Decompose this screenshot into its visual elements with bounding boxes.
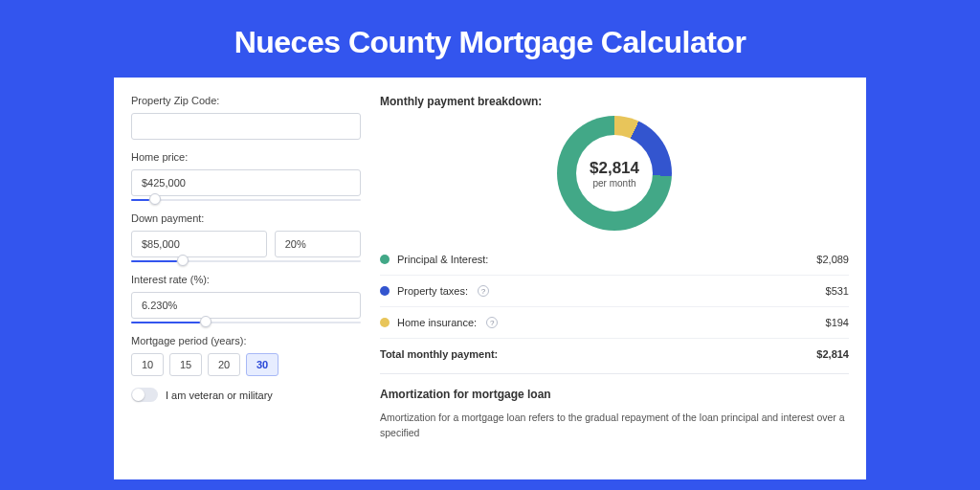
breakdown-row-taxes: Property taxes: ? $531 xyxy=(380,275,849,306)
principal-value: $2,089 xyxy=(816,254,849,265)
taxes-value: $531 xyxy=(826,285,849,297)
veteran-label: I am veteran or military xyxy=(166,390,273,401)
donut-center-value: $2,814 xyxy=(590,159,639,178)
insurance-info-icon[interactable]: ? xyxy=(486,317,498,328)
down-payment-percent-input[interactable] xyxy=(275,231,361,257)
results-column: Monthly payment breakdown: $2,814 per mo… xyxy=(380,95,849,479)
interest-rate-slider-thumb[interactable] xyxy=(200,316,212,327)
legend-dot-green xyxy=(380,255,390,264)
amortization-title: Amortization for mortgage loan xyxy=(380,388,849,401)
legend-dot-blue xyxy=(380,286,390,296)
breakdown-row-insurance: Home insurance: ? $194 xyxy=(380,306,849,338)
mortgage-period-group: 10 15 20 30 xyxy=(131,353,361,376)
principal-label: Principal & Interest: xyxy=(397,254,488,265)
amortization-text: Amortization for a mortgage loan refers … xyxy=(380,411,849,441)
breakdown-heading: Monthly payment breakdown: xyxy=(380,95,849,108)
total-value: $2,814 xyxy=(816,348,849,360)
donut-chart: $2,814 per month xyxy=(557,116,672,231)
veteran-toggle-knob xyxy=(132,389,145,401)
form-column: Property Zip Code: Home price: Down paym… xyxy=(131,95,361,479)
zip-input[interactable] xyxy=(131,113,361,140)
field-interest-rate: Interest rate (%): xyxy=(131,274,361,323)
veteran-toggle[interactable] xyxy=(131,388,158,402)
home-price-slider-thumb[interactable] xyxy=(149,193,161,205)
interest-rate-input[interactable] xyxy=(131,292,361,319)
donut-center-sub: per month xyxy=(592,178,635,189)
breakdown-list: Principal & Interest: $2,089 Property ta… xyxy=(380,244,849,369)
field-veteran: I am veteran or military xyxy=(131,388,361,402)
page-title: Nueces County Mortgage Calculator xyxy=(0,0,980,78)
down-payment-label: Down payment: xyxy=(131,212,361,224)
period-10-button[interactable]: 10 xyxy=(131,353,164,376)
insurance-label: Home insurance: xyxy=(397,317,477,328)
down-payment-slider-thumb[interactable] xyxy=(177,255,189,266)
calculator-card: Property Zip Code: Home price: Down paym… xyxy=(114,78,866,479)
legend-dot-yellow xyxy=(380,318,390,327)
period-15-button[interactable]: 15 xyxy=(169,353,202,376)
taxes-info-icon[interactable]: ? xyxy=(478,285,489,297)
donut-center: $2,814 per month xyxy=(576,135,653,212)
field-zip: Property Zip Code: xyxy=(131,95,361,140)
interest-rate-slider[interactable] xyxy=(131,322,361,323)
home-price-slider[interactable] xyxy=(131,199,361,201)
period-20-button[interactable]: 20 xyxy=(208,353,240,376)
field-down-payment: Down payment: xyxy=(131,212,361,262)
taxes-label: Property taxes: xyxy=(397,285,468,297)
breakdown-row-total: Total monthly payment: $2,814 xyxy=(380,338,849,369)
zip-label: Property Zip Code: xyxy=(131,95,361,106)
breakdown-row-principal: Principal & Interest: $2,089 xyxy=(380,244,849,275)
interest-rate-label: Interest rate (%): xyxy=(131,274,361,285)
total-label: Total monthly payment: xyxy=(380,348,498,360)
donut-chart-wrap: $2,814 per month xyxy=(380,116,849,231)
amortization-section: Amortization for mortgage loan Amortizat… xyxy=(380,373,849,441)
period-30-button[interactable]: 30 xyxy=(246,353,278,376)
down-payment-slider[interactable] xyxy=(131,260,361,262)
home-price-label: Home price: xyxy=(131,151,361,163)
insurance-value: $194 xyxy=(826,317,849,328)
field-home-price: Home price: xyxy=(131,151,361,201)
calculator-panel-frame: Property Zip Code: Home price: Down paym… xyxy=(114,78,866,479)
home-price-input[interactable] xyxy=(131,169,361,196)
field-mortgage-period: Mortgage period (years): 10 15 20 30 xyxy=(131,335,361,376)
mortgage-period-label: Mortgage period (years): xyxy=(131,335,361,346)
down-payment-amount-input[interactable] xyxy=(131,231,267,257)
